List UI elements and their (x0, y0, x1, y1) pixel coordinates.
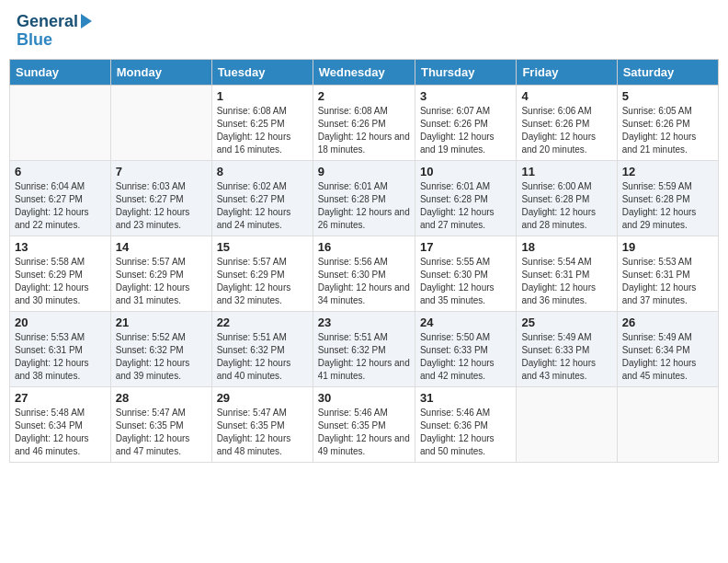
day-info: Sunrise: 5:51 AMSunset: 6:32 PMDaylight:… (217, 331, 308, 383)
day-info: Sunrise: 6:03 AMSunset: 6:27 PMDaylight:… (116, 180, 207, 232)
day-number: 19 (622, 240, 713, 254)
day-number: 15 (217, 240, 308, 254)
calendar-cell: 20Sunrise: 5:53 AMSunset: 6:31 PMDayligh… (10, 311, 111, 386)
day-info: Sunrise: 5:57 AMSunset: 6:29 PMDaylight:… (217, 256, 308, 307)
calendar-cell: 28Sunrise: 5:47 AMSunset: 6:35 PMDayligh… (110, 386, 211, 462)
calendar-cell (10, 85, 111, 160)
day-number: 2 (318, 89, 410, 103)
calendar-cell: 10Sunrise: 6:01 AMSunset: 6:28 PMDayligh… (415, 160, 516, 236)
calendar-cell: 25Sunrise: 5:49 AMSunset: 6:33 PMDayligh… (517, 311, 617, 386)
day-number: 31 (420, 391, 511, 405)
day-info: Sunrise: 5:46 AMSunset: 6:36 PMDaylight:… (420, 407, 511, 458)
day-info: Sunrise: 6:00 AMSunset: 6:28 PMDaylight:… (521, 180, 611, 232)
calendar-cell: 15Sunrise: 5:57 AMSunset: 6:29 PMDayligh… (211, 236, 313, 311)
day-header-wednesday: Wednesday (313, 59, 415, 85)
calendar-cell: 6Sunrise: 6:04 AMSunset: 6:27 PMDaylight… (10, 160, 111, 236)
day-info: Sunrise: 5:46 AMSunset: 6:35 PMDaylight:… (318, 407, 410, 458)
logo-arrow-icon (81, 14, 92, 29)
calendar-cell: 12Sunrise: 5:59 AMSunset: 6:28 PMDayligh… (617, 160, 718, 236)
day-info: Sunrise: 5:58 AMSunset: 6:29 PMDaylight:… (15, 256, 106, 307)
day-number: 12 (622, 165, 713, 178)
calendar-cell: 23Sunrise: 5:51 AMSunset: 6:32 PMDayligh… (313, 311, 415, 386)
day-number: 4 (521, 89, 611, 103)
calendar-cell: 4Sunrise: 6:06 AMSunset: 6:26 PMDaylight… (517, 85, 617, 160)
day-number: 20 (15, 316, 106, 329)
calendar-cell: 29Sunrise: 5:47 AMSunset: 6:35 PMDayligh… (211, 386, 313, 462)
day-info: Sunrise: 6:07 AMSunset: 6:26 PMDaylight:… (420, 105, 511, 156)
day-info: Sunrise: 5:49 AMSunset: 6:33 PMDaylight:… (521, 331, 611, 383)
day-number: 17 (420, 240, 511, 254)
calendar-table: SundayMondayTuesdayWednesdayThursdayFrid… (9, 59, 719, 463)
calendar-cell: 3Sunrise: 6:07 AMSunset: 6:26 PMDaylight… (415, 85, 516, 160)
calendar-cell: 1Sunrise: 6:08 AMSunset: 6:25 PMDaylight… (211, 85, 313, 160)
calendar-cell: 31Sunrise: 5:46 AMSunset: 6:36 PMDayligh… (415, 386, 516, 462)
calendar-cell: 9Sunrise: 6:01 AMSunset: 6:28 PMDaylight… (313, 160, 415, 236)
day-number: 5 (622, 89, 713, 103)
calendar-cell: 18Sunrise: 5:54 AMSunset: 6:31 PMDayligh… (517, 236, 617, 311)
logo-general: General (17, 13, 78, 31)
day-info: Sunrise: 5:53 AMSunset: 6:31 PMDaylight:… (15, 331, 106, 383)
calendar-cell: 13Sunrise: 5:58 AMSunset: 6:29 PMDayligh… (10, 236, 111, 311)
day-number: 8 (217, 165, 308, 178)
calendar-cell (110, 85, 211, 160)
calendar-cell: 24Sunrise: 5:50 AMSunset: 6:33 PMDayligh… (415, 311, 516, 386)
day-info: Sunrise: 6:05 AMSunset: 6:26 PMDaylight:… (622, 105, 713, 156)
day-number: 14 (116, 240, 207, 254)
day-info: Sunrise: 6:04 AMSunset: 6:27 PMDaylight:… (15, 180, 106, 232)
day-number: 29 (217, 391, 308, 405)
calendar-cell: 11Sunrise: 6:00 AMSunset: 6:28 PMDayligh… (517, 160, 617, 236)
day-info: Sunrise: 6:01 AMSunset: 6:28 PMDaylight:… (318, 180, 410, 232)
day-info: Sunrise: 5:59 AMSunset: 6:28 PMDaylight:… (622, 180, 713, 232)
day-number: 13 (15, 240, 106, 254)
calendar-cell: 19Sunrise: 5:53 AMSunset: 6:31 PMDayligh… (617, 236, 718, 311)
day-info: Sunrise: 5:54 AMSunset: 6:31 PMDaylight:… (521, 256, 611, 307)
day-header-friday: Friday (517, 59, 617, 85)
day-number: 22 (217, 316, 308, 329)
day-number: 28 (116, 391, 207, 405)
day-info: Sunrise: 6:08 AMSunset: 6:26 PMDaylight:… (318, 105, 410, 156)
calendar-cell: 2Sunrise: 6:08 AMSunset: 6:26 PMDaylight… (313, 85, 415, 160)
day-number: 27 (15, 391, 106, 405)
calendar-cell (617, 386, 718, 462)
day-number: 9 (318, 165, 410, 178)
day-number: 10 (420, 165, 511, 178)
day-info: Sunrise: 5:47 AMSunset: 6:35 PMDaylight:… (217, 407, 308, 458)
day-number: 1 (217, 89, 308, 103)
day-info: Sunrise: 5:55 AMSunset: 6:30 PMDaylight:… (420, 256, 511, 307)
day-info: Sunrise: 6:01 AMSunset: 6:28 PMDaylight:… (420, 180, 511, 232)
calendar-cell: 21Sunrise: 5:52 AMSunset: 6:32 PMDayligh… (110, 311, 211, 386)
day-info: Sunrise: 5:53 AMSunset: 6:31 PMDaylight:… (622, 256, 713, 307)
day-info: Sunrise: 5:52 AMSunset: 6:32 PMDaylight:… (116, 331, 207, 383)
day-number: 18 (521, 240, 611, 254)
calendar-cell: 26Sunrise: 5:49 AMSunset: 6:34 PMDayligh… (617, 311, 718, 386)
calendar-cell: 8Sunrise: 6:02 AMSunset: 6:27 PMDaylight… (211, 160, 313, 236)
day-info: Sunrise: 5:50 AMSunset: 6:33 PMDaylight:… (420, 331, 511, 383)
day-header-saturday: Saturday (617, 59, 718, 85)
day-number: 26 (622, 316, 713, 329)
day-info: Sunrise: 5:57 AMSunset: 6:29 PMDaylight:… (116, 256, 207, 307)
day-header-tuesday: Tuesday (211, 59, 313, 85)
day-info: Sunrise: 5:56 AMSunset: 6:30 PMDaylight:… (318, 256, 410, 307)
day-info: Sunrise: 5:48 AMSunset: 6:34 PMDaylight:… (15, 407, 106, 458)
day-number: 7 (116, 165, 207, 178)
day-header-monday: Monday (110, 59, 211, 85)
calendar-cell (517, 386, 617, 462)
day-number: 21 (116, 316, 207, 329)
day-header-thursday: Thursday (415, 59, 516, 85)
calendar-cell: 30Sunrise: 5:46 AMSunset: 6:35 PMDayligh… (313, 386, 415, 462)
day-number: 11 (521, 165, 611, 178)
calendar-cell: 27Sunrise: 5:48 AMSunset: 6:34 PMDayligh… (10, 386, 111, 462)
calendar-cell: 17Sunrise: 5:55 AMSunset: 6:30 PMDayligh… (415, 236, 516, 311)
calendar-cell: 14Sunrise: 5:57 AMSunset: 6:29 PMDayligh… (110, 236, 211, 311)
logo-blue: Blue (17, 31, 92, 50)
day-info: Sunrise: 5:49 AMSunset: 6:34 PMDaylight:… (622, 331, 713, 383)
day-header-sunday: Sunday (10, 59, 111, 85)
calendar-cell: 5Sunrise: 6:05 AMSunset: 6:26 PMDaylight… (617, 85, 718, 160)
day-info: Sunrise: 5:51 AMSunset: 6:32 PMDaylight:… (318, 331, 410, 383)
calendar-cell: 16Sunrise: 5:56 AMSunset: 6:30 PMDayligh… (313, 236, 415, 311)
calendar-cell: 7Sunrise: 6:03 AMSunset: 6:27 PMDaylight… (110, 160, 211, 236)
day-number: 24 (420, 316, 511, 329)
day-number: 25 (521, 316, 611, 329)
day-number: 6 (15, 165, 106, 178)
day-info: Sunrise: 5:47 AMSunset: 6:35 PMDaylight:… (116, 407, 207, 458)
